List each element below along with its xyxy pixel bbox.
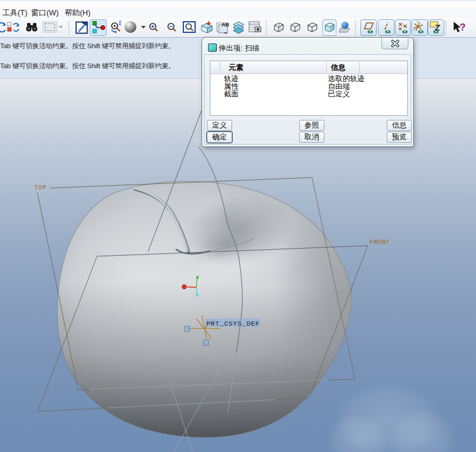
svg-text:PRT_CSYS_DEF: PRT_CSYS_DEF (206, 320, 260, 327)
svg-text:AB: AB (222, 22, 229, 28)
svg-text:?: ? (460, 22, 465, 33)
svg-text:TOP: TOP (34, 184, 47, 191)
svg-text:FRONT: FRONT (370, 239, 390, 246)
svg-text:z: z (413, 28, 415, 31)
svg-text:y: y (417, 19, 418, 23)
svg-text:x: x (421, 23, 423, 26)
